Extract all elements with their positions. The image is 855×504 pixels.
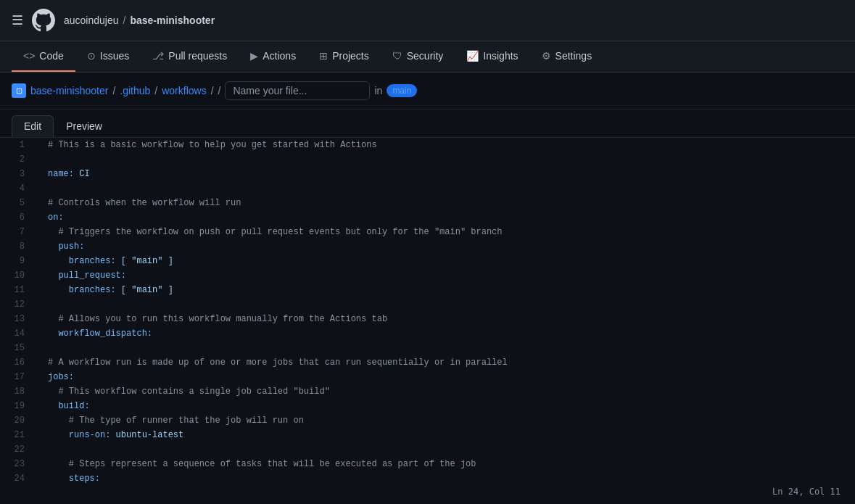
line-code: # The type of runner that the job will r… — [36, 413, 855, 428]
table-row: 21 runs-on: ubuntu-latest — [0, 428, 855, 442]
gear-icon: ⚙ — [542, 50, 551, 62]
tab-issues[interactable]: ⊙ Issues — [75, 41, 141, 72]
breadcrumb-sep-3: / — [211, 85, 214, 96]
tab-projects[interactable]: ⊞ Projects — [307, 41, 381, 72]
tab-issues-label: Issues — [100, 50, 129, 62]
line-code: # This workflow contains a single job ca… — [36, 384, 855, 399]
breadcrumb-area: ⊡ base-minishooter / .github / workflows… — [0, 73, 855, 110]
tab-settings[interactable]: ⚙ Settings — [530, 41, 604, 72]
line-number: 20 — [0, 413, 36, 428]
line-code — [36, 442, 855, 457]
line-code: # Allows you to run this workflow manual… — [36, 312, 855, 326]
code-table: 1# This is a basic workflow to help you … — [0, 138, 855, 486]
line-number: 1 — [0, 138, 36, 152]
editor-tab-preview[interactable]: Preview — [54, 115, 115, 137]
tab-security-label: Security — [407, 50, 444, 62]
shield-icon: 🛡 — [392, 50, 402, 62]
github-logo — [32, 9, 55, 32]
code-icon: <> — [23, 50, 35, 62]
table-row: 12 — [0, 297, 855, 312]
tab-insights[interactable]: 📈 Insights — [455, 41, 529, 72]
tab-actions[interactable]: ▶ Actions — [239, 41, 307, 72]
header: ☰ aucoindujeu / base-minishooter — [0, 0, 855, 41]
line-code: branches: [ "main" ] — [36, 283, 855, 297]
line-code — [36, 181, 855, 196]
breadcrumb-sep-1: / — [112, 85, 115, 96]
line-code — [36, 297, 855, 312]
line-code — [36, 341, 855, 355]
line-number: 19 — [0, 399, 36, 413]
table-row: 4 — [0, 181, 855, 196]
table-row: 9 branches: [ "main" ] — [0, 254, 855, 268]
line-number: 17 — [0, 370, 36, 384]
hamburger-icon[interactable]: ☰ — [12, 12, 23, 28]
line-code: pull_request: — [36, 268, 855, 283]
line-code: # This is a basic workflow to help you g… — [36, 138, 855, 152]
repo-icon: ⊡ — [12, 83, 26, 98]
file-name-input[interactable] — [225, 81, 370, 100]
breadcrumb-github[interactable]: .github — [120, 85, 150, 96]
table-row: 18 # This workflow contains a single job… — [0, 384, 855, 399]
line-number: 22 — [0, 442, 36, 457]
line-number: 5 — [0, 196, 36, 210]
line-number: 23 — [0, 457, 36, 471]
tab-pull-requests[interactable]: ⎇ Pull requests — [141, 41, 239, 72]
table-row: 16# A workflow run is made up of one or … — [0, 355, 855, 370]
line-code: runs-on: ubuntu-latest — [36, 428, 855, 442]
line-code: steps: — [36, 471, 855, 486]
breadcrumb-sep-2: / — [154, 85, 157, 96]
table-row: 11 branches: [ "main" ] — [0, 283, 855, 297]
line-number: 6 — [0, 210, 36, 225]
line-code: build: — [36, 399, 855, 413]
table-row: 7 # Triggers the workflow on push or pul… — [0, 225, 855, 239]
repo-path: aucoindujeu / base-minishooter — [64, 15, 215, 26]
table-icon: ⊞ — [319, 50, 328, 62]
line-number: 14 — [0, 326, 36, 341]
line-code: # Controls when the workflow will run — [36, 196, 855, 210]
circle-icon: ⊙ — [87, 50, 96, 62]
line-code: # A workflow run is made up of one or mo… — [36, 355, 855, 370]
breadcrumb-repo[interactable]: base-minishooter — [30, 85, 108, 96]
tab-settings-label: Settings — [555, 50, 592, 62]
line-code: workflow_dispatch: — [36, 326, 855, 341]
table-row: 17jobs: — [0, 370, 855, 384]
line-code: on: — [36, 210, 855, 225]
repo-name-link[interactable]: base-minishooter — [130, 15, 215, 26]
line-number: 15 — [0, 341, 36, 355]
tab-code[interactable]: <> Code — [12, 41, 75, 72]
table-row: 23 # Steps represent a sequence of tasks… — [0, 457, 855, 471]
code-editor[interactable]: 1# This is a basic workflow to help you … — [0, 138, 855, 486]
owner-link[interactable]: aucoindujeu — [64, 15, 119, 26]
line-number: 2 — [0, 152, 36, 167]
editor-tabs: Edit Preview — [0, 110, 855, 138]
table-row: 10 pull_request: — [0, 268, 855, 283]
line-code: branches: [ "main" ] — [36, 254, 855, 268]
tab-security[interactable]: 🛡 Security — [381, 41, 455, 72]
table-row: 24 steps: — [0, 471, 855, 486]
line-code: # Steps represent a sequence of tasks th… — [36, 457, 855, 471]
line-number: 10 — [0, 268, 36, 283]
table-row: 19 build: — [0, 399, 855, 413]
line-number: 8 — [0, 239, 36, 254]
table-row: 5# Controls when the workflow will run — [0, 196, 855, 210]
line-number: 24 — [0, 471, 36, 486]
table-row: 6on: — [0, 210, 855, 225]
breadcrumb-sep-4: / — [218, 85, 221, 96]
line-number: 21 — [0, 428, 36, 442]
table-row: 14 workflow_dispatch: — [0, 326, 855, 341]
line-number: 16 — [0, 355, 36, 370]
line-number: 7 — [0, 225, 36, 239]
editor-tab-edit[interactable]: Edit — [12, 115, 54, 137]
tab-insights-label: Insights — [483, 50, 518, 62]
line-number: 13 — [0, 312, 36, 326]
line-code: name: CI — [36, 167, 855, 181]
line-number: 9 — [0, 254, 36, 268]
path-separator: / — [123, 15, 126, 26]
line-code: # Triggers the workflow on push or pull … — [36, 225, 855, 239]
table-row: 1# This is a basic workflow to help you … — [0, 138, 855, 152]
line-code: jobs: — [36, 370, 855, 384]
line-number: 3 — [0, 167, 36, 181]
line-number: 4 — [0, 181, 36, 196]
git-pull-request-icon: ⎇ — [152, 50, 164, 62]
breadcrumb-workflows[interactable]: workflows — [162, 85, 206, 96]
